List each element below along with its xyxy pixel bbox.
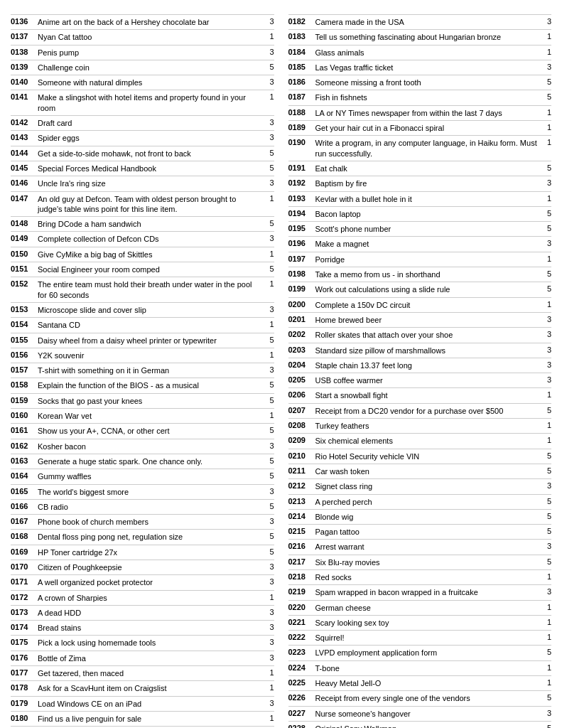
list-item: 0218Red socks1 [288,569,552,584]
item-description: Someone missing a front tooth [315,77,541,87]
item-points: 3 [540,481,551,490]
item-points: 3 [263,77,274,86]
item-id: 0208 [288,421,315,429]
item-description: Get tazered, then maced [38,668,263,678]
item-description: Gummy waffles [38,471,263,481]
item-id: 0183 [288,32,315,41]
list-item: 0153Microscope slide and cover slip3 [11,302,274,317]
list-item: 0143Spider eggs3 [11,130,274,145]
item-id: 0189 [288,123,315,132]
list-item: 0170Citizen of Poughkeepsie3 [11,560,274,574]
item-id: 0169 [11,547,38,556]
item-points: 1 [540,255,551,263]
item-points: 3 [263,48,274,56]
list-item: 0163Generate a huge static spark. One ch… [11,454,274,469]
item-description: HP Toner cartridge 27x [38,547,263,557]
item-points: 1 [540,663,551,672]
item-points: 1 [540,32,551,41]
item-id: 0180 [11,714,38,722]
item-points: 3 [540,17,551,26]
item-description: Six Blu-ray movies [315,557,541,567]
item-points: 3 [263,118,274,127]
item-id: 0206 [288,390,315,399]
item-id: 0170 [11,562,38,571]
item-description: Staple chain 13.37 feet long [315,360,541,370]
list-item: 0155Daisy wheel from a daisy wheel print… [11,333,274,348]
item-description: Glass animals [315,48,541,58]
item-description: Kevlar with a bullet hole in it [315,194,541,204]
list-item: 0174Bread stains3 [11,620,274,635]
item-id: 0197 [288,255,315,263]
item-points: 5 [540,557,551,566]
list-item: 0205USB coffee warmer3 [288,373,552,387]
list-item: 0178Ask for a ScavHunt item on Craigslis… [11,680,274,695]
item-points: 3 [540,315,551,323]
item-description: Receipt from every single one of the ven… [315,693,541,703]
item-description: Kosher bacon [38,441,263,451]
item-description: T-bone [315,663,541,673]
item-id: 0216 [288,542,315,550]
item-id: 0165 [11,487,38,496]
list-item: 0193Kevlar with a bullet hole in it1 [288,191,552,206]
item-points: 1 [263,92,274,101]
item-description: Challenge coin [38,63,263,73]
list-item: 0141Make a slingshot with hotel items an… [11,90,274,115]
item-id: 0195 [288,224,315,232]
item-points: 5 [263,547,274,556]
item-points: 1 [263,32,274,41]
item-points: 1 [263,714,274,722]
item-description: Bring DCode a ham sandwich [38,219,263,229]
list-item: 0161Show us your A+, CCNA, or other cert… [11,423,274,438]
list-item: 0194Bacon laptop5 [288,206,552,221]
item-id: 0186 [288,77,315,86]
item-description: Scary looking sex toy [315,618,541,628]
item-description: Draft card [38,118,263,128]
list-item: 0208Turkey feathers1 [288,418,552,433]
item-points: 5 [540,527,551,535]
item-points: 1 [540,108,551,117]
item-id: 0200 [288,300,315,309]
item-points: 5 [263,380,274,389]
list-item: 0175Pick a lock using homemade tools3 [11,635,274,650]
item-description: A well organized pocket protector [38,577,263,587]
item-points: 5 [263,219,274,228]
item-id: 0204 [288,360,315,369]
list-item: 0157T-shirt with something on it in Germ… [11,363,274,378]
item-description: Home brewed beer [315,315,541,325]
item-id: 0188 [288,108,315,117]
item-description: Get a side-to-side mohawk, not front to … [38,149,263,159]
item-points: 3 [540,239,551,247]
item-description: Korean War vet [38,411,263,421]
item-description: CB radio [38,502,263,512]
item-description: Find us a live penguin for sale [38,714,263,724]
item-points: 3 [263,517,274,525]
list-item: 0196Make a magnet3 [288,236,552,251]
item-id: 0166 [11,502,38,510]
item-description: Signet class ring [315,481,541,491]
item-points: 1 [263,279,274,288]
item-id: 0201 [288,315,315,323]
list-item: 0227Nurse someone's hangover3 [288,706,552,721]
list-item: 0200Complete a 150v DC circuit1 [288,297,552,312]
item-points: 5 [263,471,274,480]
item-id: 0145 [11,164,38,172]
list-item: 0152The entire team must hold their brea… [11,277,274,302]
list-item: 0191Eat chalk5 [288,161,552,176]
item-id: 0179 [11,699,38,707]
item-points: 5 [540,406,551,414]
item-description: Pick a lock using homemade tools [38,638,263,648]
list-item: 0159Socks that go past your knees5 [11,393,274,408]
item-description: A crown of Sharpies [38,593,263,603]
item-id: 0185 [288,63,315,71]
item-points: 3 [263,178,274,187]
item-id: 0187 [288,92,315,101]
list-item: 0211Car wash token5 [288,464,552,478]
item-points: 5 [263,456,274,465]
item-id: 0194 [288,209,315,218]
item-description: Write a program, in any computer languag… [315,138,541,159]
item-id: 0171 [11,577,38,586]
item-points: 1 [540,390,551,399]
item-id: 0219 [288,587,315,596]
item-points: 3 [540,346,551,354]
list-item: 0210Rio Hotel Security vehicle VIN5 [288,449,552,464]
